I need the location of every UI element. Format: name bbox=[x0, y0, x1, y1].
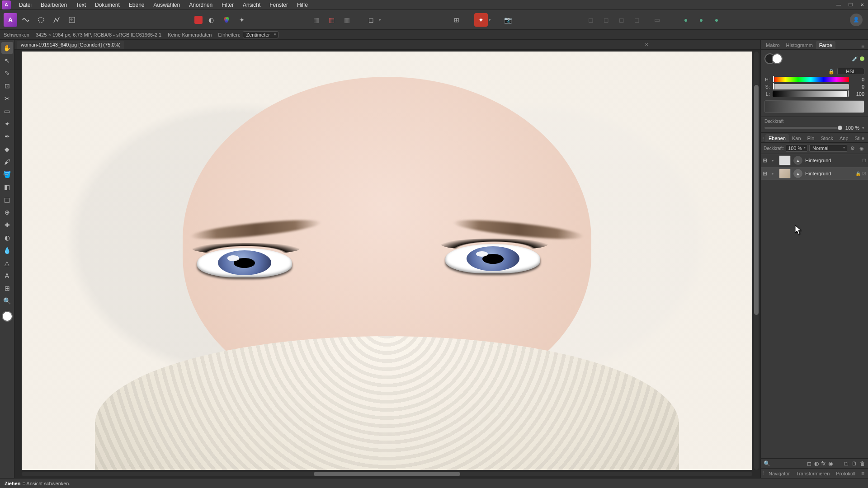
quick-mask-icon[interactable]: ◻ bbox=[364, 13, 378, 27]
autolevel-icon[interactable]: ◐ bbox=[204, 13, 218, 27]
layer-checkbox-icon[interactable]: ☑ bbox=[862, 171, 866, 176]
saturation-slider[interactable] bbox=[773, 84, 849, 89]
opacity-value[interactable]: 100 % bbox=[845, 125, 859, 131]
flood-select-tool[interactable]: ✦ bbox=[1, 118, 13, 130]
add-layer-icon[interactable]: 🗋 bbox=[852, 460, 857, 467]
move-tool[interactable]: ↖ bbox=[1, 55, 13, 66]
layer-name-label[interactable]: Hintergrund bbox=[805, 171, 853, 176]
tab-transformieren[interactable]: Transformieren bbox=[793, 469, 833, 478]
layer-thumbnail[interactable] bbox=[779, 155, 791, 165]
swatch-red-icon[interactable] bbox=[194, 16, 203, 24]
panel-menu-icon[interactable]: ≡ bbox=[859, 43, 866, 49]
mask-layer-icon[interactable]: ◻ bbox=[807, 460, 811, 467]
paint-brush-tool[interactable]: 🖌 bbox=[1, 156, 13, 168]
menu-dokument[interactable]: Dokument bbox=[90, 0, 124, 9]
tab-navigator[interactable]: Navigator bbox=[765, 469, 793, 478]
menu-ebene[interactable]: Ebene bbox=[124, 0, 149, 9]
tab-anpassungen[interactable]: Anp bbox=[836, 134, 852, 142]
text-tool[interactable]: A bbox=[1, 270, 13, 282]
vertical-scrollbar[interactable] bbox=[754, 52, 759, 470]
menu-bearbeiten[interactable]: Bearbeiten bbox=[36, 0, 71, 9]
dropdown-caret-icon[interactable]: ▾ bbox=[489, 18, 491, 22]
sync-cloud-icon[interactable]: ● bbox=[694, 13, 708, 27]
menu-fenster[interactable]: Fenster bbox=[265, 0, 292, 9]
layer-expand-icon[interactable]: ▸ bbox=[772, 158, 776, 163]
mesh-tool[interactable]: ⊞ bbox=[1, 282, 13, 294]
opacity-slider[interactable] bbox=[764, 127, 843, 129]
color-picker-tool[interactable]: ✎ bbox=[1, 67, 13, 79]
tab-stock[interactable]: Stock bbox=[817, 134, 836, 142]
zoom-tool[interactable]: 🔍 bbox=[1, 295, 13, 307]
selection-none-icon[interactable]: ▦ bbox=[309, 13, 323, 27]
selection-brush-tool[interactable]: ✂ bbox=[1, 93, 13, 104]
marquee-tool[interactable]: ▭ bbox=[1, 105, 13, 117]
dodge-tool[interactable]: ◐ bbox=[1, 232, 13, 244]
layer-row[interactable]: ⊞ ▸ ▲ Hintergrund 🔒 ☑ bbox=[761, 167, 868, 180]
color-mode-select[interactable]: HSL bbox=[837, 68, 864, 75]
persona-tone-icon[interactable] bbox=[50, 13, 63, 27]
layer-settings-icon[interactable]: ⚙ bbox=[849, 145, 856, 151]
blend-mode-select[interactable]: Normal bbox=[809, 145, 847, 152]
tab-farbe[interactable]: Farbe bbox=[816, 41, 835, 49]
autocontrast-icon[interactable]: ✦ bbox=[235, 13, 249, 27]
erase-tool[interactable]: ◫ bbox=[1, 194, 13, 206]
menu-text[interactable]: Text bbox=[71, 0, 90, 9]
tab-stile[interactable]: Stile bbox=[852, 134, 868, 142]
group-layer-icon[interactable]: 🗀 bbox=[844, 460, 849, 467]
layer-fx-icon[interactable]: ◉ bbox=[858, 145, 865, 151]
lock-icon[interactable]: 🔒 bbox=[828, 69, 835, 75]
live-filter-icon[interactable]: ◉ bbox=[828, 460, 833, 467]
horizontal-scrollbar[interactable] bbox=[22, 472, 752, 476]
autocolor-icon[interactable] bbox=[220, 13, 233, 27]
selection-grow-icon[interactable]: ▦ bbox=[340, 13, 354, 27]
layer-opacity-input[interactable]: 100 % bbox=[786, 145, 807, 152]
fx-layer-icon[interactable]: fx bbox=[821, 460, 826, 467]
menu-datei[interactable]: Datei bbox=[14, 0, 36, 9]
persona-develop-icon[interactable] bbox=[34, 13, 48, 27]
layer-visibility-icon[interactable]: ⊞ bbox=[763, 170, 769, 177]
menu-ansicht[interactable]: Ansicht bbox=[238, 0, 265, 9]
clone-tool[interactable]: ⊕ bbox=[1, 206, 13, 218]
tab-pinsel[interactable]: Pin bbox=[804, 134, 818, 142]
blur-tool[interactable]: 💧 bbox=[1, 244, 13, 256]
window-maximize-button[interactable]: ❐ bbox=[844, 0, 856, 10]
delete-layer-icon[interactable]: 🗑 bbox=[860, 460, 865, 467]
persona-export-icon[interactable] bbox=[65, 13, 79, 27]
window-minimize-button[interactable]: — bbox=[833, 0, 844, 10]
sync-cloud-icon[interactable]: ● bbox=[710, 13, 723, 27]
arrange-icon[interactable]: ⊞ bbox=[450, 13, 463, 27]
foreground-color-circle[interactable] bbox=[772, 53, 783, 64]
menu-hilfe[interactable]: Hilfe bbox=[292, 0, 312, 9]
foreground-color-well[interactable] bbox=[2, 311, 13, 322]
node-tool[interactable]: ◆ bbox=[1, 143, 13, 155]
selection-invert-icon[interactable]: ▦ bbox=[325, 13, 338, 27]
panel-dock-icon[interactable]: ⦙ bbox=[763, 470, 764, 476]
adjustment-layer-icon[interactable]: ◐ bbox=[814, 460, 819, 467]
layer-checkbox-icon[interactable]: ☐ bbox=[862, 158, 866, 163]
sat-value[interactable]: 0 bbox=[852, 84, 864, 89]
layer-search-icon[interactable]: 🔍 bbox=[764, 460, 770, 467]
canvas-viewport[interactable] bbox=[14, 50, 760, 478]
dropdown-caret-icon[interactable]: ▾ bbox=[862, 126, 864, 130]
tab-protokoll[interactable]: Protokoll bbox=[833, 469, 859, 478]
panel-menu-icon[interactable]: ≡ bbox=[859, 470, 866, 477]
window-close-button[interactable]: ✕ bbox=[856, 0, 868, 10]
healing-tool[interactable]: ✚ bbox=[1, 219, 13, 231]
menu-anordnen[interactable]: Anordnen bbox=[184, 0, 217, 9]
dropdown-caret-icon[interactable]: ▾ bbox=[379, 18, 381, 22]
document-tab-close-button[interactable]: ✕ bbox=[645, 42, 648, 47]
layer-lock-icon[interactable]: 🔒 bbox=[855, 171, 861, 176]
menu-filter[interactable]: Filter bbox=[217, 0, 238, 9]
layer-visibility-icon[interactable]: ⊞ bbox=[763, 157, 769, 164]
panel-dock-icon[interactable]: ⦙ bbox=[763, 136, 764, 142]
layer-name-label[interactable]: Hintergrund bbox=[805, 158, 859, 163]
layer-expand-icon[interactable]: ▸ bbox=[772, 171, 776, 176]
lightness-slider[interactable] bbox=[773, 91, 849, 97]
layer-row[interactable]: ⊞ ▸ ▲ Hintergrund ☐ bbox=[761, 154, 868, 167]
gradient-tool[interactable]: ◧ bbox=[1, 181, 13, 193]
persona-photo-icon[interactable]: A bbox=[4, 13, 17, 27]
crop-tool[interactable]: ⊡ bbox=[1, 80, 13, 92]
hand-tool[interactable]: ✋ bbox=[1, 42, 13, 54]
account-avatar-icon[interactable]: 👤 bbox=[850, 14, 863, 26]
units-select[interactable]: Zentimeter bbox=[243, 31, 278, 38]
